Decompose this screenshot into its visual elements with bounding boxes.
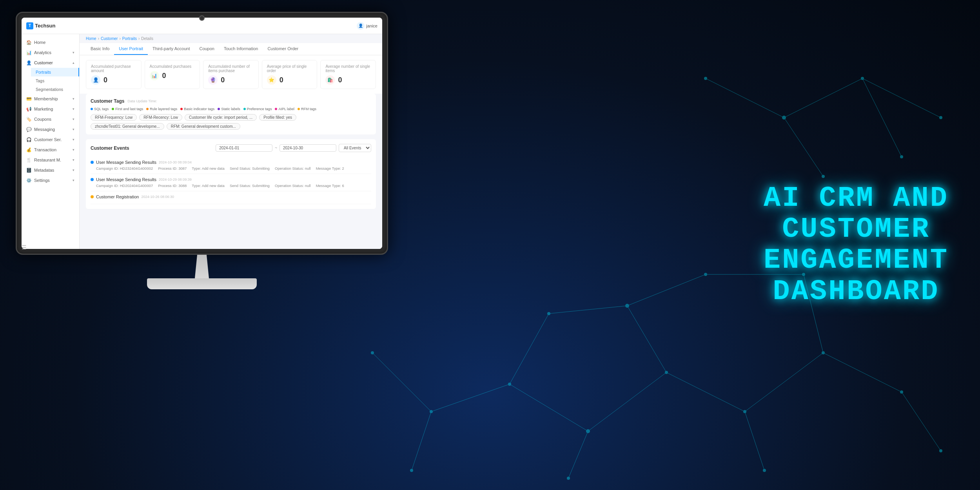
tag-chip-4[interactable]: Profile filled: yes — [259, 114, 296, 121]
event-dot-1 — [91, 161, 94, 164]
monitor: T Techsun 👤 janice 🏠 Home — [16, 12, 388, 298]
stat-card-purchase-amount: Accumulated purchase amount 👤 0 — [86, 60, 142, 89]
breadcrumb-portraits[interactable]: Portraits — [122, 36, 137, 41]
legend-first-last: First and last tags — [112, 107, 143, 111]
sidebar-item-home[interactable]: 🏠 Home — [22, 37, 79, 47]
stat-icon-items: 🔮 — [208, 75, 218, 85]
sidebar-subitem-segmentations[interactable]: Segmentations — [31, 85, 79, 94]
tag-chip-1[interactable]: RFM-Frequency: Low — [91, 114, 137, 121]
legend-label-first-last: First and last tags — [115, 107, 143, 111]
bar-chart-icon: 📊 — [151, 73, 157, 78]
messaging-icon: 💬 — [26, 127, 32, 132]
breadcrumb-customer[interactable]: Customer — [101, 36, 118, 41]
legend-aipl: AIPL label — [275, 107, 294, 111]
event-header-row-3: Customer Registration 2024-10-26 08:06:3… — [91, 194, 371, 199]
chevron-down-icon-8: ▾ — [73, 158, 74, 162]
legend-basic-indicator: Basic indicator tags — [180, 107, 214, 111]
event-name-1: User Message Sending Results — [96, 160, 156, 165]
customer-tags-label: Customer Tags — [91, 98, 124, 104]
legend-dot-first-last — [112, 108, 114, 110]
sidebar-subitem-tags[interactable]: Tags — [31, 76, 79, 85]
chevron-down-icon-2: ▾ — [73, 97, 74, 101]
username: janice — [366, 24, 377, 28]
legend-static: Static labels — [218, 107, 240, 111]
event-time-2: 2024-10-29 08:09:39 — [159, 178, 192, 181]
tag-chip-3[interactable]: Customer life cycle: import period, ... — [185, 114, 257, 121]
sidebar-item-membership[interactable]: 💳 Membership ▾ — [22, 94, 79, 104]
stat-label-avg-price: Average price of single order — [267, 64, 312, 73]
event-item-1: User Message Sending Results 2024-10-30 … — [91, 157, 371, 174]
tab-user-portrait[interactable]: User Portrait — [114, 43, 148, 55]
tab-third-party[interactable]: Third-party Account — [148, 43, 194, 55]
event-item-2: User Message Sending Results 2024-10-29 … — [91, 174, 371, 191]
header-user[interactable]: 👤 janice — [357, 22, 377, 30]
sidebar-item-messaging[interactable]: 💬 Messaging ▾ — [22, 124, 79, 134]
tab-customer-order[interactable]: Customer Order — [263, 43, 303, 55]
event-details-2: Campaign ID: HD202404G400007 Process ID:… — [91, 183, 371, 188]
chevron-down-icon-7: ▾ — [73, 148, 74, 152]
legend-rule-layered: Rule layered tags — [146, 107, 177, 111]
event-dot-3 — [91, 195, 94, 198]
sidebar-label-analytics: Analytics — [34, 50, 51, 55]
stat-label-purchase-amount: Accumulated purchase amount — [91, 64, 136, 73]
right-panel: AI CRM AND CUSTOMER ENGAGEMENT DASHBOARD — [764, 183, 949, 307]
sidebar-item-transaction[interactable]: 💰 Transaction ▾ — [22, 145, 79, 155]
tag-chip-6[interactable]: RFM: General development custom... — [167, 123, 240, 130]
sidebar-sub-customer: Portraits Tags Segmentations — [22, 68, 79, 94]
date-from-input[interactable] — [216, 144, 272, 152]
legend-label-sql: SQL tags — [94, 107, 109, 111]
stat-icon-avg-price: ⭐ — [267, 75, 276, 85]
gem-icon: 🔮 — [210, 77, 216, 83]
tag-chip-5[interactable]: zhcndkrTest01: General developme... — [91, 123, 164, 130]
sidebar-item-analytics[interactable]: 📊 Analytics ▾ — [22, 47, 79, 58]
stat-value-avg-price: 0 — [279, 76, 283, 84]
title-line-2: CUSTOMER — [764, 214, 949, 245]
event-name-2: User Message Sending Results — [96, 177, 156, 182]
app-body: 🏠 Home 📊 Analytics ▾ 👤 Customer ▴ — [22, 34, 382, 249]
stat-value-row-2: 📊 0 — [150, 71, 195, 80]
legend-dot-static — [218, 108, 220, 110]
tab-touch-info[interactable]: Touch Information — [219, 43, 263, 55]
stat-card-avg-items: Average number of single items 🛍️ 0 — [320, 60, 376, 89]
sidebar-label-customer-ser: Customer Ser. — [34, 137, 62, 142]
customer-service-icon: 🎧 — [26, 137, 32, 142]
stat-value-purchase: 0 — [103, 76, 107, 84]
sidebar-label-customer: Customer — [34, 60, 53, 65]
sidebar-label-membership: Membership — [34, 96, 58, 101]
coupons-icon: 🏷️ — [26, 116, 32, 122]
events-filters: ~ All Events — [216, 144, 371, 152]
breadcrumb-sep3: › — [138, 36, 140, 41]
event-type-filter[interactable]: All Events — [339, 144, 371, 152]
breadcrumb-home[interactable]: Home — [86, 36, 96, 41]
chevron-down-icon-5: ▾ — [73, 127, 74, 131]
sidebar-item-restaurant[interactable]: 🍴 Restaurant M. ▾ — [22, 155, 79, 165]
stat-value-accumulated: 0 — [162, 72, 166, 80]
sidebar-collapse-button[interactable]: ☰ — [22, 244, 27, 249]
legend-dot-rule — [146, 108, 149, 110]
marketing-icon: 📢 — [26, 106, 32, 112]
chevron-down-icon-10: ▾ — [73, 178, 74, 182]
sidebar-label-restaurant: Restaurant M. — [34, 158, 61, 162]
legend-dot-rfm — [298, 108, 300, 110]
tabs-bar: Basic Info User Portrait Third-party Acc… — [80, 43, 382, 55]
stat-label-accumulated: Accumulated purchases — [150, 64, 195, 69]
sidebar-item-customer[interactable]: 👤 Customer ▴ — [22, 58, 79, 68]
sidebar-subitem-portraits[interactable]: Portraits — [31, 68, 79, 76]
customer-icon: 👤 — [26, 60, 32, 65]
stat-card-avg-price: Average price of single order ⭐ 0 — [262, 60, 318, 89]
logo-icon: T — [26, 22, 33, 29]
event-header-row-2: User Message Sending Results 2024-10-29 … — [91, 177, 371, 182]
sidebar-item-settings[interactable]: ⚙️ Settings ▾ — [22, 175, 79, 185]
tab-basic-info[interactable]: Basic Info — [86, 43, 114, 55]
sidebar-item-customer-ser[interactable]: 🎧 Customer Ser. ▾ — [22, 134, 79, 145]
stat-icon-avg-items: 🛍️ — [325, 75, 335, 85]
sidebar-item-coupons[interactable]: 🏷️ Coupons ▾ — [22, 114, 79, 124]
logo: T Techsun — [26, 22, 56, 29]
sidebar-item-metadatas[interactable]: 🗄️ Metadatas ▾ — [22, 165, 79, 175]
legend-label-rfm: RFM tags — [301, 107, 316, 111]
tag-chip-2[interactable]: RFM-Recency: Low — [139, 114, 182, 121]
chevron-down-icon-3: ▾ — [73, 107, 74, 111]
tab-coupon[interactable]: Coupon — [194, 43, 219, 55]
sidebar-item-marketing[interactable]: 📢 Marketing ▾ — [22, 104, 79, 114]
date-to-input[interactable] — [279, 144, 336, 152]
